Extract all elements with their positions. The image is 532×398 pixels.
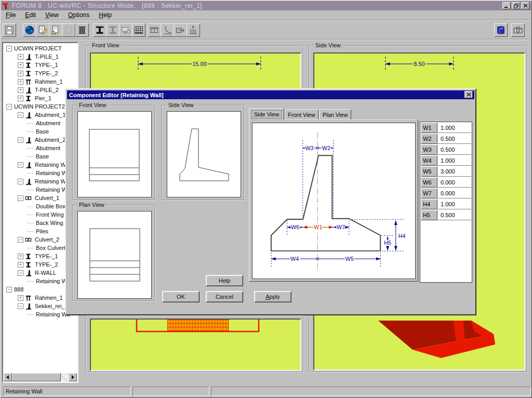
expand-icon[interactable]: +: [18, 71, 23, 76]
dialog-titlebar[interactable]: Component Editor [Retaining Wall]: [67, 90, 474, 99]
dialog-close-button[interactable]: [464, 91, 473, 98]
param-name-w7[interactable]: W7: [421, 188, 437, 198]
pile-icon: [25, 137, 33, 143]
expand-icon[interactable]: +: [18, 54, 23, 60]
tree-item-t-pile-1[interactable]: +T-PILE_1: [4, 52, 77, 61]
expand-icon[interactable]: +: [18, 62, 23, 68]
param-value-w5[interactable]: 3.000: [438, 166, 471, 177]
save-toolbar-button[interactable]: [3, 23, 16, 37]
param-name-w6[interactable]: W6: [421, 177, 437, 188]
piles-toolbar-button[interactable]: [187, 23, 200, 37]
expand-icon[interactable]: +: [18, 295, 23, 301]
param-name-w5[interactable]: W5: [421, 166, 437, 177]
help-button[interactable]: Help: [206, 275, 243, 286]
columns-toolbar-button[interactable]: [75, 23, 89, 37]
status-bar: Retaining Wall: [1, 385, 531, 396]
collapse-icon[interactable]: −: [6, 287, 12, 293]
scroll-left-button[interactable]: [4, 373, 12, 381]
collapse-icon[interactable]: −: [6, 46, 12, 51]
scroll-right-button[interactable]: [69, 373, 77, 381]
scrollbar-thumb[interactable]: [12, 373, 61, 381]
retaining-wall-icon: [162, 24, 173, 36]
retaining-wall-toolbar-button[interactable]: [161, 23, 174, 37]
collapse-icon[interactable]: −: [18, 303, 23, 309]
tree-item-label: Abutment: [36, 145, 60, 151]
window-title: FORUM 8 UC-win/RC - Structure Mode. [888…: [10, 2, 202, 9]
component-editor-dialog[interactable]: Component Editor [Retaining Wall] Front …: [65, 88, 476, 315]
status-pane-2: [132, 387, 209, 396]
tree-item-label: Base: [36, 128, 49, 135]
minimize-button[interactable]: [502, 2, 511, 9]
dialog-plan-view-drawing: [78, 211, 151, 298]
t-beam-3d-render: [378, 321, 495, 358]
menu-file[interactable]: File: [1, 10, 20, 20]
tab-plan-view[interactable]: Plan View: [319, 109, 351, 120]
param-value-w4[interactable]: 1.000: [438, 155, 471, 166]
param-value-w2[interactable]: 0.500: [438, 134, 471, 144]
bridge-toolbar-button[interactable]: [148, 23, 161, 37]
expand-icon[interactable]: +: [18, 262, 23, 268]
export-document-toolbar-button[interactable]: [49, 23, 62, 37]
restore-button[interactable]: [512, 2, 520, 9]
menu-view[interactable]: View: [41, 10, 63, 20]
param-value-h5[interactable]: 0.500: [438, 210, 471, 220]
collapse-icon[interactable]: −: [18, 112, 23, 118]
grid-table-toolbar-button[interactable]: [132, 23, 145, 37]
dialog-front-view-canvas: [77, 111, 152, 197]
reference-book-toolbar-button[interactable]: [494, 23, 508, 37]
tab-front-view[interactable]: Front View: [285, 109, 318, 120]
tree-item-rahmen-1[interactable]: +Rahmen_1: [4, 77, 77, 86]
t-pile-toolbar-button[interactable]: [93, 23, 107, 37]
t-pile-icon: [94, 24, 105, 36]
param-value-w7[interactable]: 0.000: [438, 188, 471, 198]
globe-toolbar-button[interactable]: [23, 23, 36, 37]
param-value-h4[interactable]: 1.000: [438, 199, 471, 209]
param-name-h4[interactable]: H4: [421, 199, 437, 209]
close-button[interactable]: [521, 2, 529, 9]
computer-toolbar-button[interactable]: [119, 23, 132, 37]
edit-document-toolbar-button[interactable]: [36, 23, 49, 37]
ok-button[interactable]: OK: [162, 291, 200, 302]
param-name-w3[interactable]: W3: [421, 144, 437, 155]
tab-side-view[interactable]: Side View: [249, 108, 284, 120]
collapse-icon[interactable]: −: [18, 270, 23, 276]
collapse-icon[interactable]: −: [18, 137, 23, 143]
collapse-icon[interactable]: −: [18, 195, 23, 201]
param-value-w6[interactable]: 0.000: [438, 177, 471, 188]
param-name-h5[interactable]: H5: [421, 210, 437, 220]
cancel-button[interactable]: Cancel: [206, 291, 243, 302]
param-value-w3[interactable]: 0.500: [438, 144, 471, 155]
ibeam-icon: [25, 261, 33, 268]
tree-connector: [28, 215, 34, 215]
screenshot-camera-toolbar-button[interactable]: [511, 23, 525, 37]
collapse-icon[interactable]: −: [18, 162, 23, 168]
tree-item-label: TYPE-_1: [35, 253, 58, 259]
tree-horizontal-scrollbar[interactable]: [4, 373, 77, 381]
menu-edit[interactable]: Edit: [20, 10, 41, 20]
apply-button[interactable]: Apply: [254, 291, 291, 302]
expand-icon[interactable]: +: [18, 79, 23, 85]
tree-item-type-2[interactable]: +TYPE-_2: [4, 69, 77, 77]
param-name-w1[interactable]: W1: [421, 123, 437, 133]
select-region-toolbar-button[interactable]: [62, 23, 75, 37]
menu-options[interactable]: Options: [63, 10, 94, 20]
export-document-icon: [50, 24, 61, 36]
collapse-icon[interactable]: −: [18, 237, 23, 243]
param-name-w2[interactable]: W2: [421, 134, 437, 144]
param-name-w4[interactable]: W4: [421, 155, 437, 166]
tree-item-type-1[interactable]: +TYPE-_1: [4, 61, 77, 69]
expand-icon[interactable]: +: [18, 254, 23, 259]
menu-help[interactable]: Help: [94, 10, 116, 20]
toolbar: [1, 21, 531, 39]
culvert-toolbar-button[interactable]: [174, 23, 187, 37]
collapse-icon[interactable]: −: [6, 104, 12, 110]
t-pile-disabled-toolbar-button[interactable]: [106, 23, 119, 37]
expand-icon[interactable]: +: [18, 96, 23, 101]
tree-connector: [28, 173, 34, 174]
param-value-w1[interactable]: 1.000: [438, 123, 471, 133]
tree-item-ucwin-project[interactable]: −UCWIN PROJECT: [4, 44, 77, 52]
collapse-icon[interactable]: −: [18, 179, 23, 184]
bottom-left-view-canvas[interactable]: [90, 319, 301, 371]
expand-icon[interactable]: +: [18, 87, 23, 93]
window-titlebar[interactable]: FORUM 8 UC-win/RC - Structure Mode. [888…: [1, 1, 531, 10]
